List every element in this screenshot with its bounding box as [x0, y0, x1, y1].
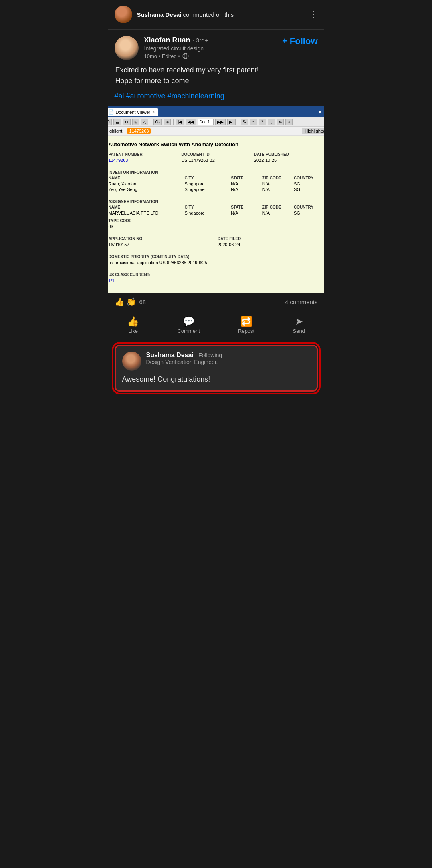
toolbar-quote2-btn[interactable]: ❞ [259, 119, 266, 125]
assignee-zip-value: N/A [262, 211, 292, 215]
inventor1-state: N/A [231, 181, 260, 186]
doc-toolbar: Tᵢ 🖨 ⚙ ⊞ ◁ Q- ⊕ |◀ ◀◀ ▶▶ ▶| $- ❝ ❞ „ ⇔ ⇕ [108, 117, 324, 127]
toolbar-settings-btn[interactable]: ⚙ [123, 119, 131, 125]
comment-label: Comment [177, 328, 200, 334]
highlight-label-group: Highlight: 11479263 [108, 129, 151, 133]
comment-button[interactable]: 💬 Comment [171, 313, 206, 336]
comment-author-title: Design Verification Engineer. [146, 359, 310, 365]
send-label: Send [293, 328, 305, 334]
toolbar-print-btn[interactable]: 🖨 [113, 119, 121, 125]
type-code-value: 03 [109, 224, 324, 229]
inventor2-country: SG [294, 187, 323, 192]
toolbar-quote1-btn[interactable]: ❝ [250, 119, 257, 125]
inventor1-city: Singapore [185, 181, 230, 186]
country-col-header: COUNTRY [294, 176, 323, 180]
toolbar-expand-btn[interactable]: ⇔ [277, 119, 284, 125]
inventor2-zip: N/A [262, 187, 292, 192]
comments-count[interactable]: 4 comments [285, 299, 318, 305]
toolbar-prev-btn[interactable]: ◀◀ [186, 119, 196, 125]
us-class-label: US CLASS CURRENT: [109, 273, 324, 277]
toolbar-dollar-btn[interactable]: $- [241, 119, 248, 125]
toolbar-divider1 [151, 119, 151, 125]
state-col-header: STATE [231, 176, 260, 180]
toolbar-zoom-btn[interactable]: ⊕ [164, 119, 171, 125]
doc-title: Automotive Network Switch With Anomaly D… [109, 141, 324, 147]
assignee-info-label: ASSIGNEE INFORMATION [109, 199, 324, 204]
toolbar-back-btn[interactable]: ◁ [141, 119, 148, 125]
doc-tab-close-icon[interactable]: ✕ [152, 110, 155, 114]
doc-tab[interactable]: 📄 Document Viewer ✕ [108, 108, 159, 116]
toolbar-first-btn[interactable]: |◀ [176, 119, 184, 125]
highlights-button[interactable]: Highlights [302, 128, 324, 134]
date-published-label: DATE PUBLISHED [254, 152, 324, 157]
toolbar-next-btn[interactable]: ▶▶ [215, 119, 226, 125]
reaction-count[interactable]: 68 [139, 299, 146, 305]
comment-meta: Sushama Desai · Following Design Verific… [146, 352, 310, 365]
doc-domestic-priority-section: DOMESTIC PRIORITY (CONTINUITY DATA) us-p… [109, 255, 324, 265]
comment-author-name[interactable]: Sushama Desai [146, 352, 194, 358]
assignee-city-col-header: CITY [185, 205, 230, 209]
post-meta: 10mo • Edited • [144, 53, 279, 59]
post-author-name[interactable]: Xiaofan Ruan [144, 36, 190, 44]
assignee-name-value: MARVELL ASIA PTE LTD [109, 211, 183, 215]
comment-section: Sushama Desai · Following Design Verific… [108, 339, 324, 397]
like-icon: 👍 [127, 316, 139, 327]
domestic-priority-value: us-provisional-application US 62866285 2… [109, 260, 324, 265]
document-viewer: 📄 Document Viewer ✕ ▾ ≡ Tᵢ 🖨 ⚙ ⊞ ◁ Q- ⊕ … [108, 106, 324, 293]
post-author-avatar[interactable] [115, 36, 139, 60]
comment-text: Awesome! Congratulations! [122, 374, 310, 385]
assignee-country-col-header: COUNTRY [294, 205, 323, 209]
date-filed-label: DATE FILED [218, 237, 324, 241]
doc-menu-icon[interactable]: ≡ [324, 109, 324, 115]
doc-assignee-section: ASSIGNEE INFORMATION NAME CITY STATE ZIP… [109, 199, 324, 229]
doc-titlebar-right: ▾ ≡ [319, 109, 324, 115]
toolbar-zoom-out-btn[interactable]: Q- [153, 119, 162, 125]
send-button[interactable]: ➤ Send [286, 313, 311, 336]
send-icon: ➤ [295, 316, 303, 327]
toolbar-bookmark-btn[interactable]: ⊞ [132, 119, 139, 125]
us-class-value[interactable]: 1/1 [109, 278, 115, 283]
toolbar-last-btn[interactable]: ▶| [227, 119, 236, 125]
toolbar-quote3-btn[interactable]: „ [268, 119, 275, 125]
like-button[interactable]: 👍 Like [121, 313, 145, 336]
post-time: 10mo • Edited • [144, 53, 180, 59]
notification-commenter: Sushama Desai [137, 11, 182, 18]
doc-divider1 [109, 167, 324, 167]
notification-action: commented on this [181, 11, 234, 18]
patent-number-value[interactable]: 11479263 [109, 158, 128, 163]
doc-tab-label: Document Viewer [116, 110, 151, 115]
repost-button[interactable]: 🔁 Repost [232, 313, 261, 336]
doc-page-input[interactable] [198, 119, 214, 125]
more-options-icon[interactable]: ⋮ [304, 9, 318, 20]
like-label: Like [128, 328, 138, 334]
inventor2-state: N/A [231, 187, 260, 192]
notification-text: Sushama Desai commented on this [137, 11, 304, 18]
doc-minimize-icon[interactable]: ▾ [319, 109, 321, 115]
post-text-line2: Hope for more to come! [115, 77, 191, 85]
inventor1-name: Ruan; Xiaofan [109, 181, 183, 186]
follow-button[interactable]: + Follow [282, 36, 318, 46]
comment-header: Sushama Desai · Following Design Verific… [122, 352, 310, 371]
toolbar-divider2 [173, 119, 174, 125]
inventor2-city: Singapore [185, 187, 230, 192]
doc-body: Automotive Network Switch With Anomaly D… [108, 136, 324, 293]
date-filed-value: 2020-06-24 [218, 242, 324, 247]
assignee-zip-col-header: ZIP CODE [262, 205, 292, 209]
highlight-label: Highlight: [108, 129, 124, 133]
assignee-country-value: SG [294, 211, 323, 215]
reaction-icons: 👍 👏 68 [115, 297, 146, 307]
app-no-value: 16/910157 [109, 242, 215, 247]
doc-divider5 [109, 269, 324, 269]
toolbar-text-btn[interactable]: Tᵢ [108, 119, 112, 125]
document-id-value: US 11479263 B2 [181, 158, 251, 163]
post-hashtags[interactable]: #ai #automotive #machinelearning [115, 92, 318, 100]
toolbar-extra-btn[interactable]: ⇕ [285, 119, 293, 125]
doc-titlebar: 📄 Document Viewer ✕ ▾ ≡ [108, 106, 324, 117]
inventor-info-label: INVENTOR INFORMATION [109, 170, 324, 175]
repost-label: Repost [238, 328, 254, 334]
doc-application-section: APPLICATION NO 16/910157 DATE FILED 2020… [109, 237, 324, 247]
post-header: Xiaofan Ruan · 3rd+ Integrated circuit d… [115, 36, 318, 60]
comment-following-label: · Following [195, 352, 222, 358]
date-published-value: 2022-10-25 [254, 158, 324, 163]
doc-inventor-section: INVENTOR INFORMATION NAME CITY STATE ZIP… [109, 170, 324, 192]
